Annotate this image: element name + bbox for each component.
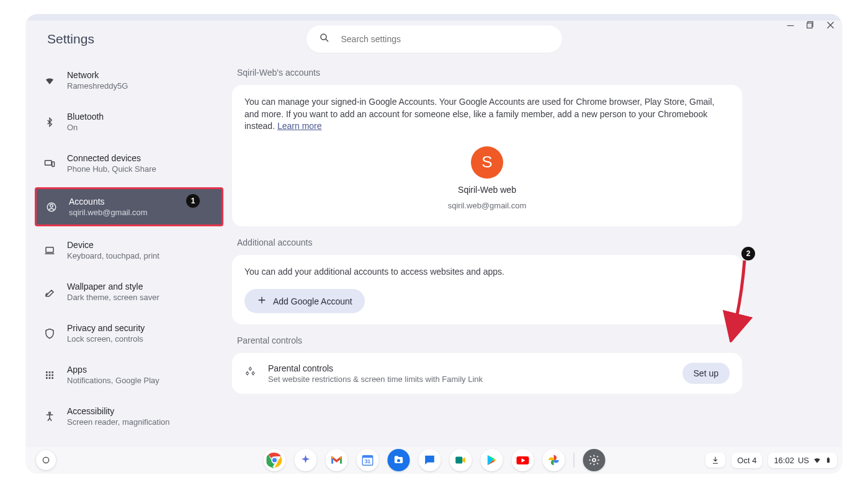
header: Settings [26, 20, 842, 58]
additional-desc: You can add your additional accounts to … [244, 266, 730, 278]
profile-name: Sqiril-Web web [458, 185, 516, 195]
avatar[interactable]: S [471, 146, 503, 179]
nav-title: Accessibility [67, 406, 169, 416]
date-chip[interactable]: Oct 4 [732, 453, 762, 468]
svg-point-2 [321, 34, 326, 40]
nav-sub: Phone Hub, Quick Share [67, 164, 156, 174]
svg-point-29 [593, 459, 596, 462]
sidebar: Network Rameshreddy5G Bluetooth On C [26, 58, 232, 473]
svg-rect-9 [49, 371, 51, 373]
youtube-icon[interactable] [511, 449, 534, 471]
shelf: 31 Oct 4 16:02 US [26, 447, 842, 473]
svg-rect-31 [828, 457, 829, 458]
nav-title: Wallpaper and style [67, 282, 159, 291]
nav-title: Privacy and security [67, 323, 145, 333]
accounts-card: You can manage your signed-in Google Acc… [232, 85, 742, 226]
svg-rect-30 [827, 458, 830, 463]
nav-title: Apps [67, 365, 159, 375]
system-tray[interactable]: Oct 4 16:02 US [705, 453, 837, 468]
sidebar-item-device[interactable]: Device Keyboard, touchpad, print [35, 233, 223, 268]
locale-text: US [798, 456, 809, 465]
svg-point-22 [272, 458, 277, 463]
shield-icon [43, 327, 56, 340]
sidebar-item-connected-devices[interactable]: Connected devices Phone Hub, Quick Share [35, 146, 223, 181]
shelf-apps: 31 [263, 449, 605, 471]
svg-rect-13 [51, 374, 53, 376]
calendar-icon[interactable]: 31 [356, 449, 378, 471]
svg-rect-27 [455, 457, 462, 464]
section-additional-header: Additional accounts [237, 237, 742, 247]
sidebar-item-network[interactable]: Network Rameshreddy5G [35, 63, 223, 98]
search-box[interactable] [306, 25, 562, 53]
plus-icon [257, 295, 267, 307]
setup-button[interactable]: Set up [682, 363, 730, 384]
assistant-icon[interactable] [294, 449, 316, 471]
gmail-icon[interactable] [325, 449, 347, 471]
learn-more-link[interactable]: Learn more [277, 121, 322, 131]
profile-email: sqiril.web@gmail.com [448, 201, 527, 210]
parental-controls-card: Parental controls Set website restrictio… [232, 353, 742, 394]
nav-sub: Dark theme, screen saver [67, 293, 159, 302]
battery-status-icon [825, 456, 831, 464]
body: Network Rameshreddy5G Bluetooth On C [26, 58, 842, 473]
search-input[interactable] [341, 34, 550, 44]
chrome-icon[interactable] [263, 449, 285, 471]
svg-point-6 [50, 204, 53, 207]
svg-rect-4 [52, 162, 55, 167]
svg-point-17 [49, 412, 51, 414]
palette-icon [43, 286, 56, 298]
sidebar-item-accessibility[interactable]: Accessibility Screen reader, magnificati… [35, 399, 223, 434]
play-store-icon[interactable] [480, 449, 503, 471]
nav-title: Device [67, 240, 159, 250]
svg-rect-16 [51, 377, 53, 379]
files-icon[interactable] [387, 449, 409, 471]
sidebar-item-bluetooth[interactable]: Bluetooth On [35, 104, 223, 140]
svg-rect-14 [46, 377, 48, 379]
section-accounts-header: Sqiril-Web's accounts [237, 68, 742, 78]
search-icon [319, 32, 330, 46]
svg-rect-11 [46, 374, 48, 376]
wifi-status-icon [813, 456, 821, 464]
nav-title: Connected devices [67, 153, 156, 163]
sidebar-item-wallpaper[interactable]: Wallpaper and style Dark theme, screen s… [35, 274, 223, 309]
download-indicator[interactable] [705, 453, 725, 468]
accounts-description: You can manage your signed-in Google Acc… [244, 96, 730, 133]
svg-text:31: 31 [364, 459, 370, 464]
nav-title: Accounts [69, 197, 148, 206]
nav-sub: On [67, 123, 104, 132]
parental-title: Parental controls [268, 363, 671, 373]
nav-sub: Rameshreddy5G [67, 81, 128, 91]
account-icon [45, 201, 58, 213]
svg-rect-24 [362, 456, 373, 458]
annotation-marker-1: 1 [186, 194, 200, 208]
settings-window: ─ Settings Network Rameshreddy5G [26, 14, 842, 473]
sidebar-item-privacy[interactable]: Privacy and security Lock screen, contro… [35, 316, 223, 351]
photos-icon[interactable] [542, 449, 565, 471]
launcher-button[interactable] [36, 450, 56, 470]
nav-title: Network [67, 70, 128, 80]
accessibility-icon [43, 410, 56, 423]
parental-sub: Set website restrictions & screen time l… [268, 375, 671, 384]
wifi-icon [43, 74, 56, 87]
add-google-label: Add Google Account [273, 296, 352, 306]
devices-icon [43, 157, 56, 170]
svg-rect-3 [45, 160, 52, 165]
add-google-account-button[interactable]: Add Google Account [244, 289, 365, 313]
nav-sub: sqiril.web@gmail.com [69, 208, 148, 217]
sidebar-item-apps[interactable]: Apps Notifications, Google Play [35, 357, 223, 393]
bluetooth-icon [43, 116, 56, 128]
annotation-marker-2: 2 [741, 247, 755, 260]
nav-sub: Keyboard, touchpad, print [67, 251, 159, 260]
svg-rect-10 [51, 371, 53, 373]
status-chip[interactable]: 16:02 US [768, 453, 837, 468]
svg-rect-15 [49, 377, 51, 379]
clock-text: 16:02 [774, 456, 794, 465]
messages-icon[interactable] [418, 449, 441, 471]
nav-sub: Lock screen, controls [67, 334, 145, 344]
additional-accounts-card: You can add your additional accounts to … [232, 255, 742, 325]
meet-icon[interactable] [449, 449, 472, 471]
settings-app-icon[interactable] [583, 449, 605, 471]
nav-sub: Screen reader, magnification [67, 417, 169, 427]
content-area: Sqiril-Web's accounts You can manage you… [232, 58, 842, 473]
grid-icon [43, 369, 56, 381]
